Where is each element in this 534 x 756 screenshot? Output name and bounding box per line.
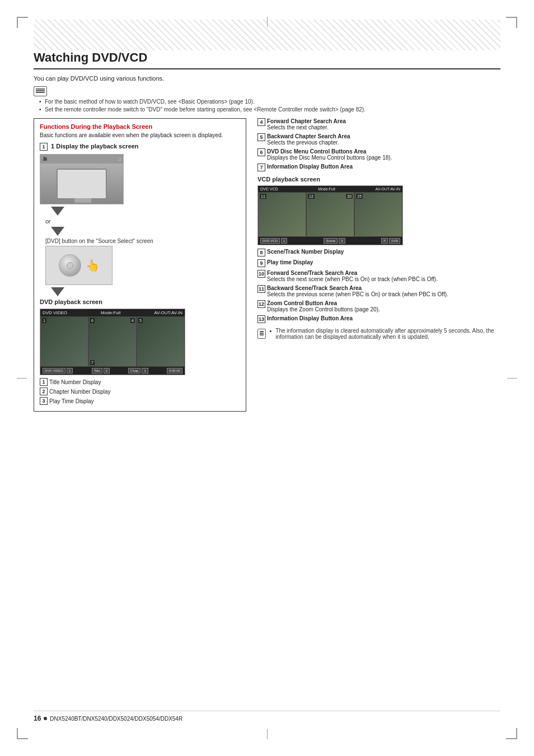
dvd-footer-chap-label: Chap — [128, 368, 140, 374]
arrow-down-3 — [51, 287, 64, 296]
badge-5: 5 — [257, 133, 265, 141]
label-item-1: 1 Title Number Display — [40, 378, 240, 386]
corner-mark-tr — [506, 17, 517, 28]
label-item-2: 2 Chapter Number Display — [40, 388, 240, 395]
dvd-footer-num2: 2 — [104, 368, 110, 374]
item-6-content: DVD Disc Menu Control Buttons Area Displ… — [267, 148, 392, 161]
badge-12: 12 — [257, 300, 265, 308]
bullet-item-2: Set the remote controller mode switch to… — [39, 106, 500, 113]
label-text-1: Title Number Display — [49, 379, 101, 385]
vcd-footer-scene-label: Scene — [324, 238, 338, 244]
note-icon-top — [34, 86, 47, 96]
vcd-heading: VCD playback screen — [257, 176, 500, 183]
item-5-desc: Selects the previous chapter. — [267, 139, 350, 146]
item-7-content: Information Display Button Area — [267, 164, 353, 170]
dvd-footer-item-3: Chap 1 — [128, 368, 148, 374]
dvd-footer-badge-num1: 1 — [67, 368, 73, 374]
source-screen: 👆 — [45, 246, 113, 285]
step1-badge: 1 — [40, 143, 48, 151]
item-12-content: Zoom Control Button Area Displays the Zo… — [267, 300, 380, 312]
dvd-panels: 1 6 4 7 5 — [40, 316, 185, 367]
dvd-panel-num-6: 6 — [90, 318, 95, 323]
dvd-footer-badge-label: DVD VIDEO — [43, 368, 65, 374]
note-icon-bottom — [257, 329, 266, 339]
vcd-header-left: DVD VCD — [260, 187, 278, 191]
page-number: 16 — [34, 715, 41, 722]
dvd-screen-heading: DVD playback screen — [40, 298, 240, 305]
badge-13: 13 — [257, 315, 265, 323]
functions-desc: Basic functions are available even when … — [40, 132, 240, 138]
dvd-screen-body: 1 6 4 7 5 — [40, 316, 185, 367]
item-6-desc: Displays the Disc Menu Control buttons (… — [267, 155, 392, 161]
item-11-title: Backward Scene/Track Search Area — [267, 285, 448, 291]
dvd-panel-num-4: 4 — [130, 318, 135, 323]
bullet-list: For the basic method of how to watch DVD… — [39, 99, 500, 113]
dvd-panel-num-1: 1 — [42, 318, 46, 323]
item-8-title: Scene/Track Number Display — [267, 249, 344, 255]
dvd-footer-title-label: Title — [92, 368, 102, 374]
dvd-header-mode: Mode:Full — [101, 310, 120, 315]
right-item-4: 4 Forward Chapter Search Area Selects th… — [257, 118, 500, 130]
vcd-panel-1: 11 — [258, 192, 306, 237]
note-content: • The information display is cleared aut… — [266, 328, 500, 340]
dvd-footer-num3: 1 — [142, 368, 148, 374]
crosshair-bottom — [267, 729, 268, 739]
dvd-screen-labels: 1 Title Number Display 2 Chapter Number … — [40, 378, 240, 405]
vcd-screen-mockup: DVD VCD Mode:Full AV-OUT:AV-IN 11 12 10 … — [257, 185, 403, 245]
dvd-footer-item-time: 0:00:09 — [167, 368, 182, 374]
footer-model-text: DNX5240BT/DNX5240/DDX5024/DDX5054/DDX54R — [50, 716, 182, 722]
vcd-footer-label: DVD VCD — [260, 238, 280, 244]
left-column: Functions During the Playback Screen Bas… — [34, 118, 246, 412]
dvd-panel-3: 5 — [137, 316, 185, 367]
screen-top-bar: 🎥 □ — [40, 155, 123, 164]
vcd-footer-left: DVD VCD 1 — [260, 238, 287, 244]
item-4-content: Forward Chapter Search Area Selects the … — [267, 118, 346, 130]
dvd-screen-mockup: DVD VIDEO Mode:Full AV-OUT:AV-IN 1 6 4 — [40, 309, 185, 375]
item-11-content: Backward Scene/Track Search Area Selects… — [267, 285, 448, 297]
label-badge-3: 3 — [40, 397, 48, 405]
badge-4: 4 — [257, 118, 265, 126]
screen-icon-sq: □ — [119, 157, 121, 161]
dvd-footer: DVD VIDEO 1 Title 2 Chap 1 0:00:09 — [40, 367, 185, 375]
label-badge-1: 1 — [40, 378, 48, 386]
crosshair-left — [17, 378, 27, 379]
vcd-header: DVD VCD Mode:Full AV-OUT:AV-IN — [258, 186, 402, 192]
dvd-header-left: DVD VIDEO — [43, 310, 67, 315]
screen-icon-cam: 🎥 — [43, 157, 48, 161]
vcd-items-group: 8 Scene/Track Number Display 9 Play time… — [257, 249, 500, 323]
vcd-item-13: 13 Information Display Button Area — [257, 315, 500, 323]
vcd-panel-num-10: 10 — [346, 194, 353, 199]
item-5-title: Backward Chapter Search Area — [267, 133, 350, 139]
functions-box: Functions During the Playback Screen Bas… — [34, 118, 246, 412]
page-title: Watching DVD/VCD — [34, 50, 500, 69]
dvd-footer-item-1: DVD VIDEO 1 — [43, 368, 73, 374]
diagonal-pattern — [34, 20, 500, 50]
vcd-footer-right: P 0:05 — [381, 238, 400, 244]
vcd-panel-num-id: 15 — [356, 194, 363, 199]
right-item-6: 6 DVD Disc Menu Control Buttons Area Dis… — [257, 148, 500, 161]
right-items-group: 4 Forward Chapter Search Area Selects th… — [257, 118, 500, 171]
corner-mark-tl — [17, 17, 28, 28]
step1-label: 1 Display the playback screen — [51, 143, 139, 150]
dvd-header: DVD VIDEO Mode:Full AV-OUT:AV-IN — [40, 309, 185, 316]
right-item-7: 7 Information Display Button Area — [257, 164, 500, 171]
vcd-footer: DVD VCD 1 Scene 3 P 0:05 — [258, 237, 402, 245]
note-bullet: • — [269, 328, 271, 334]
vcd-header-mode: Mode:Full — [318, 187, 335, 191]
label-badge-2: 2 — [40, 388, 48, 395]
vcd-footer-scene-num: 1 — [281, 238, 287, 244]
dvd-panel-num-5: 5 — [138, 318, 143, 323]
vcd-panel-num-11: 11 — [260, 194, 266, 199]
dvd-panel-num-7: 7 — [90, 360, 95, 365]
item-13-title: Information Display Button Area — [267, 315, 353, 321]
vcd-footer-p: P — [381, 238, 388, 244]
page-footer: 16 DNX5240BT/DNX5240/DDX5024/DDX5054/DDX… — [34, 711, 500, 722]
vcd-item-8: 8 Scene/Track Number Display — [257, 249, 500, 256]
note-block: • The information display is cleared aut… — [257, 328, 500, 340]
item-10-content: Forward Scene/Track Search Area Selects … — [267, 270, 438, 282]
badge-6: 6 — [257, 148, 265, 156]
dvd-footer-item-2: Title 2 — [92, 368, 110, 374]
label-text-3: Play Time Display — [49, 398, 93, 404]
item-7-title: Information Display Button Area — [267, 164, 353, 170]
crosshair-right — [507, 378, 517, 379]
